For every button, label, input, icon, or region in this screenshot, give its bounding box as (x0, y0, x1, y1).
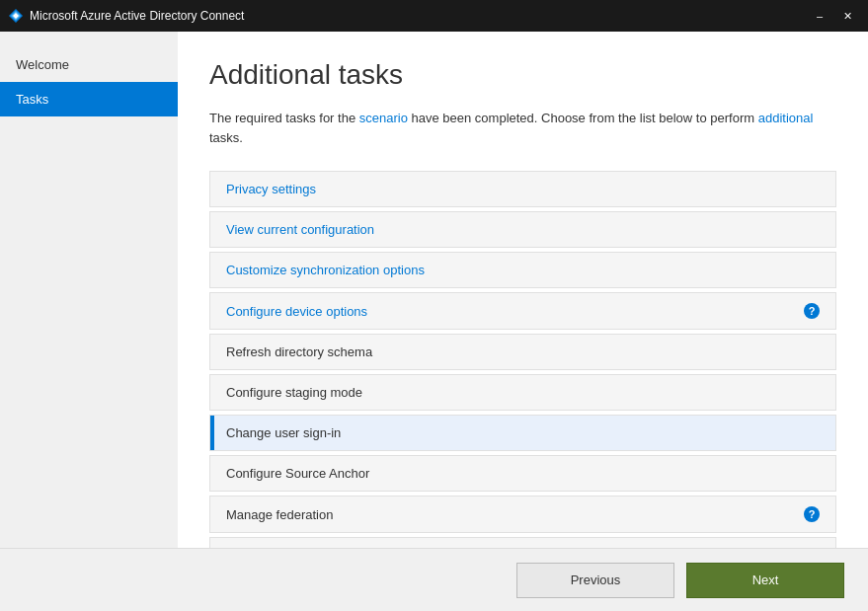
main-window: Welcome Tasks Additional tasks The requi… (0, 32, 868, 611)
task-item-refresh-directory[interactable]: Refresh directory schema (209, 334, 836, 370)
sidebar: Welcome Tasks (0, 32, 178, 548)
main-content: Additional tasks The required tasks for … (178, 32, 868, 548)
manage-federation-help-icon[interactable]: ? (804, 506, 820, 522)
task-item-configure-device[interactable]: Configure device options ? (209, 292, 836, 330)
description: The required tasks for the scenario have… (209, 109, 836, 147)
task-label-refresh-directory: Refresh directory schema (226, 344, 820, 359)
page-title: Additional tasks (209, 59, 836, 91)
task-item-configure-source-anchor[interactable]: Configure Source Anchor (209, 455, 836, 492)
task-item-manage-federation[interactable]: Manage federation ? (209, 496, 836, 533)
previous-button[interactable]: Previous (516, 563, 674, 598)
minimize-button[interactable]: – (807, 6, 832, 26)
task-label-configure-staging: Configure staging mode (226, 385, 820, 400)
title-bar: Microsoft Azure Active Directory Connect… (0, 0, 868, 32)
task-item-privacy-settings[interactable]: Privacy settings (209, 171, 836, 207)
task-item-change-user-signin[interactable]: Change user sign-in (209, 415, 836, 451)
sidebar-item-tasks[interactable]: Tasks (0, 82, 178, 116)
task-label-configure-source-anchor: Configure Source Anchor (226, 466, 820, 481)
next-button[interactable]: Next (686, 563, 844, 598)
configure-device-help-icon[interactable]: ? (804, 303, 820, 319)
task-item-view-current-config[interactable]: View current configuration (209, 211, 836, 248)
task-label-configure-device: Configure device options (226, 304, 798, 319)
task-item-customize-sync[interactable]: Customize synchronization options (209, 252, 836, 288)
content-area: Welcome Tasks Additional tasks The requi… (0, 32, 868, 548)
task-label-privacy-settings: Privacy settings (226, 182, 820, 196)
window-title: Microsoft Azure Active Directory Connect (30, 9, 807, 23)
task-item-troubleshoot[interactable]: Troubleshoot (209, 537, 836, 548)
task-label-change-user-signin: Change user sign-in (226, 425, 820, 440)
task-label-customize-sync: Customize synchronization options (226, 263, 820, 277)
task-label-manage-federation: Manage federation (226, 507, 798, 522)
close-button[interactable]: ✕ (834, 6, 860, 26)
app-icon (8, 8, 24, 24)
sidebar-item-welcome[interactable]: Welcome (0, 47, 178, 82)
task-list: Privacy settings View current configurat… (209, 171, 836, 548)
footer: Previous Next (0, 548, 868, 611)
task-label-view-current-config: View current configuration (226, 222, 820, 237)
window-controls: – ✕ (807, 6, 860, 26)
task-item-configure-staging[interactable]: Configure staging mode (209, 374, 836, 411)
